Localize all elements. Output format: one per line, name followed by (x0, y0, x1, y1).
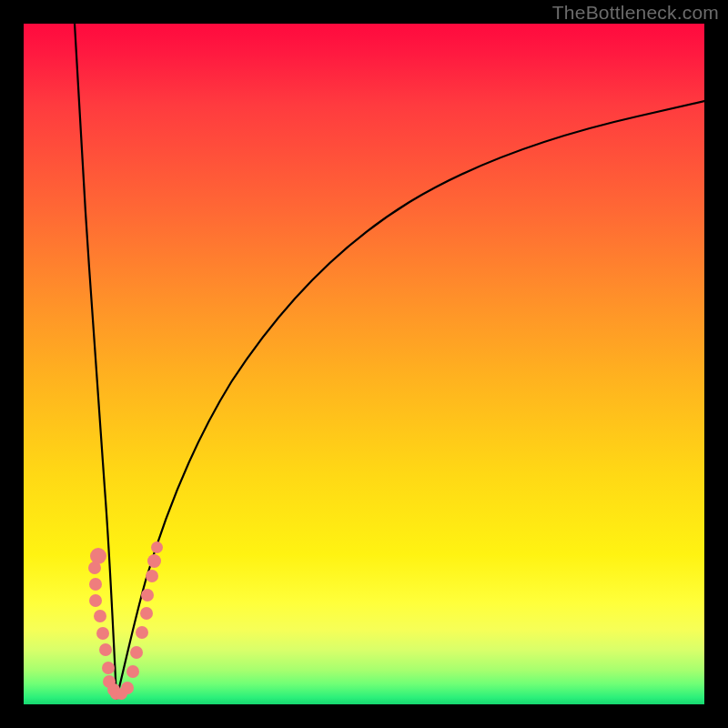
highlight-dot (147, 554, 161, 568)
highlight-dot (94, 610, 106, 622)
highlight-dot (121, 682, 134, 694)
highlight-dot (126, 665, 139, 678)
highlight-dot (136, 626, 148, 639)
highlight-dot (99, 643, 112, 656)
highlight-dot (151, 541, 163, 553)
highlight-dot (141, 589, 154, 602)
plot-area (24, 24, 704, 704)
highlight-dot (89, 578, 102, 591)
highlight-dot (88, 561, 101, 574)
highlight-dot (96, 627, 109, 640)
watermark-label: TheBottleneck.com (552, 2, 719, 24)
highlight-dot (140, 607, 153, 620)
highlight-dot (89, 594, 102, 607)
highlight-dot (102, 662, 115, 674)
highlight-dot (146, 570, 158, 582)
chart-frame: TheBottleneck.com (0, 0, 728, 728)
highlight-dot (130, 646, 143, 659)
dot-cluster (24, 24, 704, 704)
